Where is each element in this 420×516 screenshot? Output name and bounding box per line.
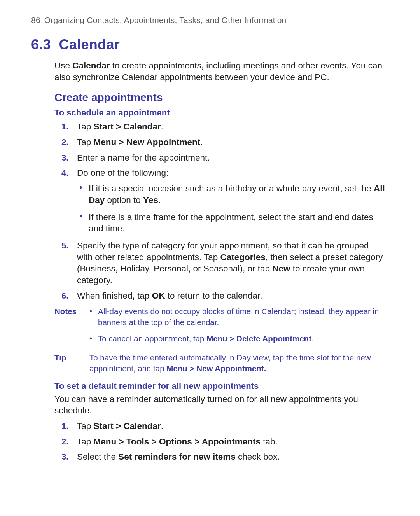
step-1: 1. Tap Start > Calendar.	[54, 420, 385, 432]
step-3: 3. Select the Set reminders for new item…	[54, 451, 385, 463]
body-content: Use Calendar to create appointments, inc…	[54, 60, 385, 463]
step-3: 3. Enter a name for the appointment.	[54, 152, 385, 164]
step-number: 3.	[61, 152, 68, 163]
notes-body: All-day events do not occupy blocks of t…	[89, 306, 385, 349]
tip-body: To have the time entered automatically i…	[89, 352, 385, 374]
step-2: 2. Tap Menu > New Appointment.	[54, 136, 385, 148]
section-heading: 6.3 Calendar	[31, 37, 385, 53]
step-1: 1. Tap Start > Calendar.	[54, 121, 385, 133]
procedure-2-intro: You can have a reminder automatically tu…	[54, 394, 385, 416]
chapter-title: Organizing Contacts, Appointments, Tasks…	[44, 16, 287, 24]
step-4-sublist: If it is a special occasion such as a bi…	[77, 183, 385, 234]
procedure-heading-1: To schedule an appointment	[54, 108, 385, 118]
step-5: 5. Specify the type of category for your…	[54, 240, 385, 286]
page-number: 86	[31, 16, 40, 24]
step-number: 3.	[61, 451, 68, 462]
procedure-1-steps: 1. Tap Start > Calendar. 2. Tap Menu > N…	[54, 121, 385, 301]
subsection-heading: Create appointments	[54, 91, 385, 104]
notes-block: Notes All-day events do not occupy block…	[54, 306, 385, 349]
step-number: 2.	[61, 436, 68, 447]
running-header: 86Organizing Contacts, Appointments, Tas…	[31, 16, 385, 25]
section-number: 6.3	[31, 37, 51, 52]
step-4: 4. Do one of the following: If it is a s…	[54, 167, 385, 234]
step-number: 5.	[61, 240, 68, 251]
sub-bullet: If there is a time frame for the appoint…	[77, 212, 385, 234]
note-item: All-day events do not occupy blocks of t…	[89, 306, 385, 327]
document-page: 86Organizing Contacts, Appointments, Tas…	[0, 0, 420, 499]
step-number: 1.	[61, 420, 68, 432]
step-number: 2.	[61, 136, 68, 148]
tip-label: Tip	[54, 352, 89, 374]
sub-bullet: If it is a special occasion such as a bi…	[77, 183, 385, 206]
procedure-heading-2: To set a default reminder for all new ap…	[54, 381, 385, 391]
note-item: To cancel an appointment, tap Menu > Del…	[89, 333, 385, 344]
step-number: 1.	[61, 121, 68, 132]
notes-label: Notes	[54, 306, 89, 349]
step-6: 6. When finished, tap OK to return to th…	[54, 290, 385, 302]
intro-paragraph: Use Calendar to create appointments, inc…	[54, 60, 385, 83]
section-title-text: Calendar	[59, 37, 120, 52]
procedure-2-steps: 1. Tap Start > Calendar. 2. Tap Menu > T…	[54, 420, 385, 463]
step-number: 4.	[61, 167, 68, 178]
step-2: 2. Tap Menu > Tools > Options > Appointm…	[54, 436, 385, 448]
step-number: 6.	[61, 290, 68, 301]
tip-block: Tip To have the time entered automatical…	[54, 352, 385, 374]
